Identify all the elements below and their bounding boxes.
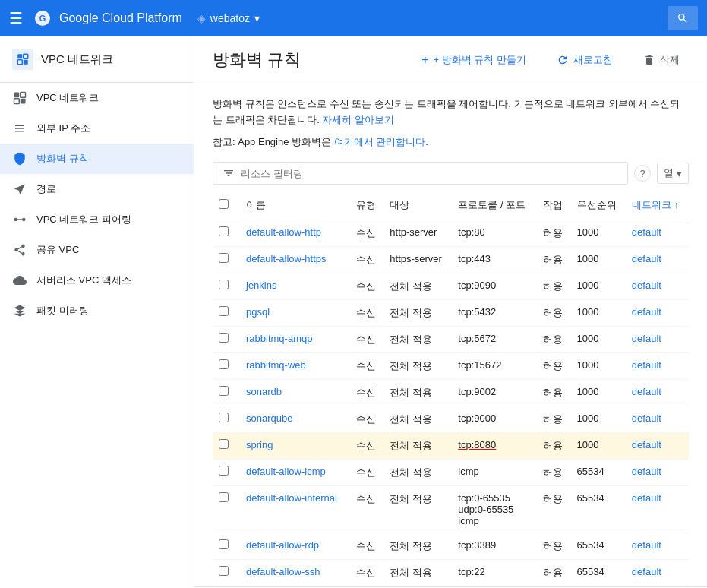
select-all-checkbox[interactable]	[219, 199, 229, 209]
delete-icon	[643, 54, 655, 66]
row-name-link[interactable]: default-allow-rdp	[246, 539, 319, 551]
sidebar-item-label-serverless-vpc: 서버리스 VPC 액세스	[36, 273, 131, 287]
sidebar-item-packet-mirror[interactable]: 패킷 미러링	[0, 296, 194, 326]
create-firewall-button[interactable]: + + 방화벽 규칙 만들기	[412, 49, 535, 71]
search-button[interactable]	[668, 6, 698, 30]
row-checkbox-9[interactable]	[219, 466, 229, 476]
row-checkbox-0[interactable]	[219, 226, 229, 236]
layout: VPC 네트워크 VPC 네트워크 외부 IP 주소 방화벽 규칙 경로 VPC…	[0, 36, 707, 588]
add-icon: +	[421, 53, 428, 67]
row-name-link[interactable]: spring	[246, 439, 273, 450]
sidebar-item-vpc-network[interactable]: VPC 네트워크	[0, 83, 194, 113]
filter-icon	[223, 167, 235, 179]
create-label: + 방화벽 규칙 만들기	[434, 53, 526, 67]
sidebar-items: VPC 네트워크 외부 IP 주소 방화벽 규칙 경로 VPC 네트워크 피어링…	[0, 83, 194, 326]
row-name-link[interactable]: default-allow-http	[246, 226, 321, 238]
row-checkbox-3[interactable]	[219, 306, 229, 316]
refresh-button[interactable]: 새로고침	[548, 49, 622, 71]
menu-icon[interactable]: ☰	[9, 9, 23, 27]
row-network-link[interactable]: default	[632, 539, 661, 551]
manage-here-link[interactable]: 여기에서 관리합니다	[334, 136, 426, 147]
sidebar-item-firewall[interactable]: 방화벽 규칙	[0, 144, 194, 174]
row-name: pgsql	[240, 300, 350, 327]
row-target: 전체 적용	[383, 327, 452, 353]
filter-help-icon[interactable]: ?	[634, 165, 651, 182]
row-network-link[interactable]: default	[632, 359, 661, 371]
filter-input[interactable]	[241, 168, 618, 179]
row-target: https-server	[383, 247, 452, 273]
row-name-link[interactable]: jenkins	[246, 280, 276, 291]
row-network-link[interactable]: default	[632, 386, 661, 397]
sidebar-item-external-ip[interactable]: 외부 IP 주소	[0, 113, 194, 144]
row-network: default	[626, 380, 689, 406]
row-network-link[interactable]: default	[632, 306, 661, 318]
row-name-link[interactable]: pgsql	[246, 306, 270, 318]
firewall-table: 이름 유형 대상 프로토콜 / 포트 작업 우선순위 네트워크 ↑ defaul…	[213, 191, 689, 586]
table-row: default-allow-internal 수신 전체 적용 tcp:0-65…	[213, 486, 689, 533]
row-network-link[interactable]: default	[632, 466, 661, 477]
row-checkbox-7[interactable]	[219, 413, 229, 422]
row-network-link[interactable]: default	[632, 439, 661, 450]
row-name-link[interactable]: rabbitmq-amqp	[246, 333, 312, 344]
row-name-link[interactable]: sonarqube	[246, 413, 292, 424]
sidebar-header-text: VPC 네트워크	[41, 52, 113, 67]
sidebar-item-routes[interactable]: 경로	[0, 174, 194, 204]
row-action: 허용	[537, 460, 571, 486]
table-row: default-allow-https 수신 https-server tcp:…	[213, 247, 689, 273]
row-network-link[interactable]: default	[632, 333, 661, 344]
row-name: default-allow-ssh	[240, 560, 350, 586]
sidebar-item-shared-vpc[interactable]: 공유 VPC	[0, 235, 194, 265]
filter-bar	[213, 162, 628, 185]
row-checkbox-1[interactable]	[219, 253, 229, 263]
mirror-icon	[12, 303, 27, 318]
learn-more-link[interactable]: 자세히 알아보기	[322, 114, 394, 125]
row-checkbox-10[interactable]	[219, 492, 229, 502]
row-name-link[interactable]: default-allow-icmp	[246, 466, 326, 477]
project-selector[interactable]: ◈ webatoz ▾	[197, 12, 260, 24]
row-protocol: tcp:443	[452, 247, 537, 273]
row-checkbox-2[interactable]	[219, 280, 229, 289]
row-network-link[interactable]: default	[632, 492, 661, 504]
row-name-link[interactable]: sonardb	[246, 386, 282, 397]
row-checkbox-6[interactable]	[219, 386, 229, 396]
row-checkbox-12[interactable]	[219, 566, 229, 576]
row-network: default	[626, 406, 689, 433]
row-priority: 65534	[571, 533, 626, 560]
row-checkbox-11[interactable]	[219, 539, 229, 549]
row-network-link[interactable]: default	[632, 226, 661, 238]
svg-point-10	[14, 218, 18, 222]
svg-rect-9	[21, 99, 26, 104]
row-network-link[interactable]: default	[632, 280, 661, 291]
row-target: 전체 적용	[383, 486, 452, 533]
row-type: 수신	[350, 247, 384, 273]
row-checkbox-4[interactable]	[219, 333, 229, 343]
col-header-network[interactable]: 네트워크 ↑	[626, 191, 689, 220]
table-row: pgsql 수신 전체 적용 tcp:5432 허용 1000 default	[213, 300, 689, 327]
row-action: 허용	[537, 273, 571, 300]
row-name-link[interactable]: default-allow-ssh	[246, 566, 320, 577]
row-checkbox-cell	[213, 220, 240, 247]
row-type: 수신	[350, 406, 384, 433]
delete-button[interactable]: 삭제	[634, 49, 689, 71]
sidebar-item-vpc-peering[interactable]: VPC 네트워크 피어링	[0, 204, 194, 235]
columns-button[interactable]: 열 ▾	[657, 163, 689, 184]
row-name-link[interactable]: default-allow-internal	[246, 492, 337, 504]
row-checkbox-8[interactable]	[219, 439, 229, 449]
row-type: 수신	[350, 273, 384, 300]
row-name-link[interactable]: default-allow-https	[246, 253, 327, 264]
row-checkbox-cell	[213, 560, 240, 586]
row-checkbox-5[interactable]	[219, 359, 229, 369]
row-network-link[interactable]: default	[632, 566, 661, 577]
row-network-link[interactable]: default	[632, 253, 661, 264]
row-target: 전체 적용	[383, 406, 452, 433]
sidebar-item-serverless-vpc[interactable]: 서버리스 VPC 액세스	[0, 265, 194, 296]
row-checkbox-cell	[213, 380, 240, 406]
svg-text:G: G	[39, 14, 46, 23]
description-note: 참고: App Engine 방화벽은 여기에서 관리합니다.	[213, 134, 689, 150]
col-header-type: 유형	[350, 191, 384, 220]
row-network-link[interactable]: default	[632, 413, 661, 424]
row-name-link[interactable]: rabbitmq-web	[246, 359, 306, 371]
row-target: 전체 적용	[383, 353, 452, 380]
row-protocol: icmp	[452, 460, 537, 486]
row-checkbox-cell	[213, 300, 240, 327]
